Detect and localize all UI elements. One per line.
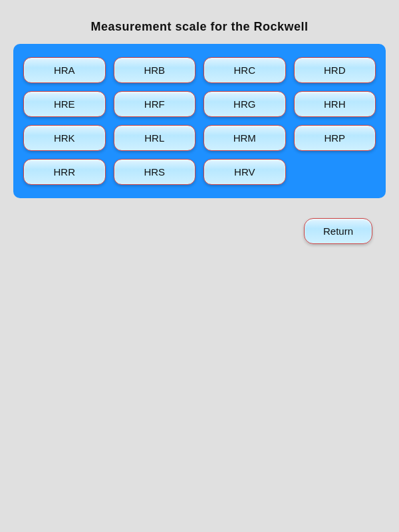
bottom-area: Return xyxy=(0,198,399,244)
scale-btn-hrp[interactable]: HRP xyxy=(294,125,376,151)
scale-btn-hrm[interactable]: HRM xyxy=(203,125,286,151)
scale-btn-hrs[interactable]: HRS xyxy=(114,159,196,185)
scale-btn-hrv[interactable]: HRV xyxy=(203,159,286,185)
scale-btn-hrh[interactable]: HRH xyxy=(294,91,376,117)
scale-btn-hrb[interactable]: HRB xyxy=(114,57,196,83)
button-grid: HRAHRBHRCHRDHREHRFHRGHRHHRKHRLHRMHRPHRRH… xyxy=(23,57,376,185)
scale-btn-hrg[interactable]: HRG xyxy=(203,91,286,117)
scale-btn-hre[interactable]: HRE xyxy=(23,91,106,117)
scale-btn-hrk[interactable]: HRK xyxy=(23,125,106,151)
scale-btn-hrd[interactable]: HRD xyxy=(294,57,376,83)
grid-placeholder xyxy=(294,159,376,185)
scale-panel: HRAHRBHRCHRDHREHRFHRGHRHHRKHRLHRMHRPHRRH… xyxy=(13,44,386,198)
scale-btn-hrf[interactable]: HRF xyxy=(114,91,196,117)
scale-btn-hrr[interactable]: HRR xyxy=(23,159,106,185)
return-button[interactable]: Return xyxy=(304,218,372,244)
page-title: Measurement scale for the Rockwell xyxy=(0,0,399,44)
scale-btn-hrc[interactable]: HRC xyxy=(203,57,286,83)
scale-btn-hra[interactable]: HRA xyxy=(23,57,106,83)
scale-btn-hrl[interactable]: HRL xyxy=(114,125,196,151)
